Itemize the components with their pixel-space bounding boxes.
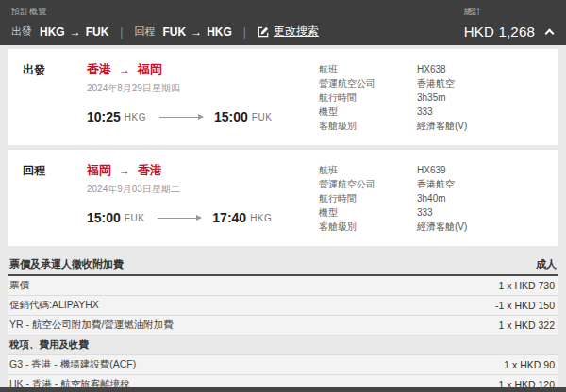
segment-details: 航班HX639 營運航空公司香港航空 航行時間3h40m 機型333 客艙級別經… xyxy=(319,162,543,234)
cabin-class: 經濟客艙(V) xyxy=(417,220,467,234)
fare-row: 促銷代碼:ALIPAYHX -1 x HKD 150 xyxy=(8,296,558,316)
cabin-class: 經濟客艙(V) xyxy=(417,119,467,133)
route-arrow-icon xyxy=(159,117,203,118)
operating-carrier: 香港航空 xyxy=(417,76,455,90)
aircraft-type: 333 xyxy=(417,105,433,119)
segment-route: 香港 → 福岡 xyxy=(87,61,319,78)
aircraft-type: 333 xyxy=(417,205,433,220)
arrow-right-icon: → xyxy=(119,63,130,76)
flight-number: HX639 xyxy=(417,163,446,177)
divider: | xyxy=(120,25,123,39)
segment-route: 福岡 → 香港 xyxy=(87,162,319,179)
detail-label: 機型 xyxy=(319,205,417,220)
taxes-section-title: 稅項、費用及收費 xyxy=(9,338,89,351)
departure-airport-code: HKG xyxy=(125,112,146,122)
operating-carrier: 香港航空 xyxy=(417,177,455,191)
fare-row-label: G3 - 香港 - 機場建設費(ACF) xyxy=(9,358,136,371)
edit-icon xyxy=(258,26,269,38)
flight-duration: 3h35m xyxy=(417,90,446,105)
booking-overview-label: 預訂概覽 xyxy=(11,6,319,18)
chevron-up-icon[interactable] xyxy=(545,29,555,39)
fare-row-value: 1 x HKD 322 xyxy=(498,319,555,331)
divider: | xyxy=(243,25,246,39)
arrival-time: 17:40 xyxy=(212,210,246,225)
fare-table-header: 票價及承運人徵收附加費 成人 xyxy=(8,253,558,276)
segment-type-label: 回程 xyxy=(23,162,87,234)
promo-code-label: 促銷代碼:ALIPAYHX xyxy=(9,299,99,312)
detail-label: 航行時間 xyxy=(319,90,417,105)
change-search-label: 更改搜索 xyxy=(274,24,319,40)
booking-summary-bar: 預訂概覽 出發 HKG → FUK | 回程 FUK → HKG | 更改搜索 … xyxy=(0,0,566,45)
footer-bar xyxy=(0,387,566,392)
depart-from-code: HKG xyxy=(40,25,65,39)
flight-duration: 3h40m xyxy=(417,191,446,205)
return-label: 回程 xyxy=(134,24,155,39)
depart-segment-card: 出發 香港 → 福岡 2024年8月29日星期四 10:25 HKG 15:00… xyxy=(8,49,558,145)
destination-city: 香港 xyxy=(138,162,162,179)
return-segment-card: 回程 福岡 → 香港 2024年9月03日星期二 15:00 FUK 17:40… xyxy=(8,150,558,246)
destination-city: 福岡 xyxy=(138,61,162,78)
arrow-right-icon: → xyxy=(191,25,202,39)
detail-label: 客艙級別 xyxy=(319,220,417,234)
flight-number: HX638 xyxy=(417,62,446,76)
departure-time: 15:00 xyxy=(87,210,121,225)
fare-row-label: 票價 xyxy=(9,279,29,292)
departure-time: 10:25 xyxy=(87,109,121,124)
depart-label: 出發 xyxy=(11,24,32,39)
total-amount: HKD 1,268 xyxy=(464,24,535,40)
segment-times: 10:25 HKG 15:00 FUK xyxy=(87,109,319,124)
change-search-link[interactable]: 更改搜索 xyxy=(258,24,319,40)
segment-times: 15:00 FUK 17:40 HKG xyxy=(87,210,319,225)
origin-city: 香港 xyxy=(87,61,111,78)
arrow-right-icon: → xyxy=(70,25,81,39)
fare-breakdown-table: 票價及承運人徵收附加費 成人 票價 1 x HKD 730 促銷代碼:ALIPA… xyxy=(8,253,558,392)
detail-label: 機型 xyxy=(319,105,417,119)
passenger-type-column-header: 成人 xyxy=(536,257,557,271)
detail-label: 營運航空公司 xyxy=(319,177,417,191)
detail-label: 航行時間 xyxy=(319,191,417,205)
segment-details: 航班HX638 營運航空公司香港航空 航行時間3h35m 機型333 客艙級別經… xyxy=(319,61,543,133)
arrival-time: 15:00 xyxy=(214,109,248,124)
taxes-section-header: 稅項、費用及收費 xyxy=(8,335,558,355)
departure-airport-code: FUK xyxy=(125,213,145,223)
return-to-code: HKG xyxy=(207,25,232,39)
route-summary: 出發 HKG → FUK | 回程 FUK → HKG | 更改搜索 xyxy=(11,24,319,40)
fare-row-value: 1 x HKD 730 xyxy=(498,280,555,291)
fare-table-title: 票價及承運人徵收附加費 xyxy=(9,257,124,271)
segment-date: 2024年9月03日星期二 xyxy=(87,183,319,196)
arrival-airport-code: HKG xyxy=(250,213,272,223)
detail-label: 營運航空公司 xyxy=(319,76,417,90)
total-label: 總計 xyxy=(464,6,481,18)
fare-row-value: -1 x HKD 150 xyxy=(495,300,555,311)
detail-label: 航班 xyxy=(319,62,417,76)
fare-row: G3 - 香港 - 機場建設費(ACF) 1 x HKD 90 xyxy=(8,355,558,375)
detail-label: 客艙級別 xyxy=(319,119,417,133)
segment-type-label: 出發 xyxy=(23,61,87,133)
fare-row-label: YR - 航空公司附加費/營運燃油附加費 xyxy=(9,318,174,332)
origin-city: 福岡 xyxy=(87,162,111,179)
segment-date: 2024年8月29日星期四 xyxy=(87,82,319,95)
detail-label: 航班 xyxy=(319,163,417,177)
route-arrow-icon xyxy=(158,218,201,219)
fare-row: YR - 航空公司附加費/營運燃油附加費 1 x HKD 322 xyxy=(8,316,558,335)
fare-row: 票價 1 x HKD 730 xyxy=(8,276,558,296)
arrow-right-icon: → xyxy=(119,164,130,177)
return-from-code: FUK xyxy=(162,25,186,39)
fare-row-value: 1 x HKD 90 xyxy=(504,359,555,370)
depart-to-code: FUK xyxy=(86,25,109,39)
arrival-airport-code: FUK xyxy=(252,112,273,122)
